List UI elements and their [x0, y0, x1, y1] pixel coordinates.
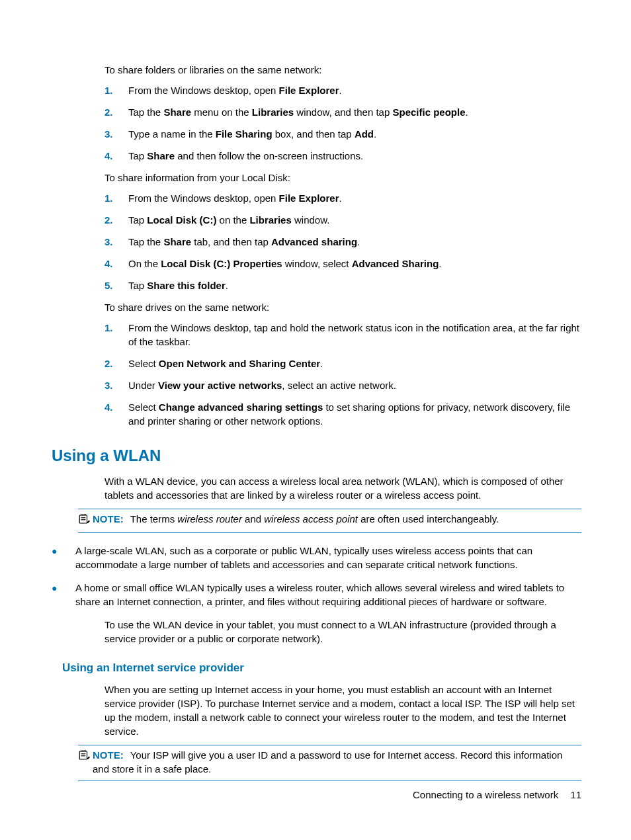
list-text: Type a name in the File Sharing box, and…	[128, 127, 581, 141]
paragraph: To share information from your Local Dis…	[105, 171, 581, 185]
paragraph: To use the WLAN device in your tablet, y…	[105, 618, 581, 646]
list-number: 4.	[105, 149, 128, 163]
list-item: 1. From the Windows desktop, tap and hol…	[105, 321, 581, 349]
list-item: 1. From the Windows desktop, open File E…	[105, 83, 581, 97]
note-label: NOTE:	[93, 749, 124, 761]
note-box: NOTE:The terms wireless router and wirel…	[78, 509, 581, 533]
list-number: 2.	[105, 105, 128, 119]
list-text: Tap the Share tab, and then tap Advanced…	[128, 235, 581, 249]
heading-using-wlan: Using a WLAN	[52, 446, 581, 465]
list-number: 1.	[105, 83, 128, 97]
heading-using-isp: Using an Internet service provider	[62, 661, 581, 675]
bullet-icon: ●	[52, 581, 75, 609]
list-number: 4.	[105, 400, 128, 428]
list-text: From the Windows desktop, tap and hold t…	[128, 321, 581, 349]
list-item: ● A home or small office WLAN typically …	[52, 581, 581, 609]
list-item: 2. Select Open Network and Sharing Cente…	[105, 357, 581, 370]
list-item: 3. Tap the Share tab, and then tap Advan…	[105, 235, 581, 249]
svg-rect-3	[79, 751, 87, 759]
list-text: Select Change advanced sharing settings …	[128, 400, 581, 428]
list-item: ● A large-scale WLAN, such as a corporat…	[52, 544, 581, 571]
list-number: 5.	[105, 278, 128, 292]
footer-text: Connecting to a wireless network	[413, 789, 558, 800]
list-number: 3.	[105, 127, 128, 141]
note-text: NOTE:The terms wireless router and wirel…	[93, 512, 581, 528]
list-item: 2. Tap the Share menu on the Libraries w…	[105, 105, 581, 119]
list-text: A home or small office WLAN typically us…	[75, 581, 581, 609]
list-item: 4. Tap Share and then follow the on-scre…	[105, 149, 581, 163]
svg-rect-0	[79, 515, 87, 523]
list-text: Tap Share this folder.	[128, 278, 581, 292]
bullet-icon: ●	[52, 544, 75, 571]
ordered-list-share-drives: 1. From the Windows desktop, tap and hol…	[105, 321, 581, 428]
list-number: 1.	[105, 191, 128, 205]
list-number: 4.	[105, 257, 128, 271]
list-item: 3. Type a name in the File Sharing box, …	[105, 127, 581, 141]
list-number: 2.	[105, 357, 128, 370]
page-number: 11	[570, 789, 581, 800]
note-label: NOTE:	[93, 513, 124, 525]
list-number: 1.	[105, 321, 128, 349]
page-footer: Connecting to a wireless network 11	[413, 789, 581, 800]
list-text: A large-scale WLAN, such as a corporate …	[75, 544, 581, 571]
list-item: 3. Under View your active networks, sele…	[105, 378, 581, 392]
list-text: From the Windows desktop, open File Expl…	[128, 191, 581, 205]
paragraph: With a WLAN device, you can access a wir…	[105, 474, 581, 502]
note-icon	[78, 512, 93, 528]
list-text: Tap the Share menu on the Libraries wind…	[128, 105, 581, 119]
ordered-list-share-folders: 1. From the Windows desktop, open File E…	[105, 83, 581, 163]
list-text: Tap Share and then follow the on-screen …	[128, 149, 581, 163]
note-text: NOTE:Your ISP will give you a user ID an…	[93, 748, 581, 776]
document-page: To share folders or libraries on the sam…	[0, 0, 631, 840]
list-number: 3.	[105, 378, 128, 392]
list-text: From the Windows desktop, open File Expl…	[128, 83, 581, 97]
list-item: 4. Select Change advanced sharing settin…	[105, 400, 581, 428]
list-text: Select Open Network and Sharing Center.	[128, 357, 581, 370]
list-text: On the Local Disk (C:) Properties window…	[128, 257, 581, 271]
paragraph: To share drives on the same network:	[105, 300, 581, 314]
paragraph: When you are setting up Internet access …	[105, 683, 581, 738]
note-box: NOTE:Your ISP will give you a user ID an…	[78, 745, 581, 780]
list-text: Tap Local Disk (C:) on the Libraries win…	[128, 213, 581, 227]
paragraph: To share folders or libraries on the sam…	[105, 63, 581, 77]
list-number: 3.	[105, 235, 128, 249]
list-number: 2.	[105, 213, 128, 227]
ordered-list-local-disk: 1. From the Windows desktop, open File E…	[105, 191, 581, 292]
bullet-list-wlan: ● A large-scale WLAN, such as a corporat…	[52, 544, 581, 609]
list-item: 5. Tap Share this folder.	[105, 278, 581, 292]
list-item: 2. Tap Local Disk (C:) on the Libraries …	[105, 213, 581, 227]
list-item: 1. From the Windows desktop, open File E…	[105, 191, 581, 205]
list-item: 4. On the Local Disk (C:) Properties win…	[105, 257, 581, 271]
note-icon	[78, 748, 93, 776]
list-text: Under View your active networks, select …	[128, 378, 581, 392]
